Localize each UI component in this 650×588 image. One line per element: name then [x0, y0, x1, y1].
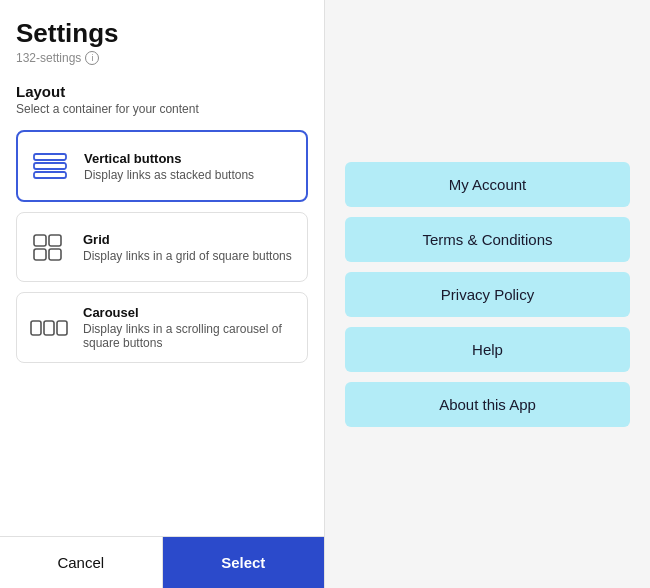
layout-option-grid[interactable]: Grid Display links in a grid of square b… — [16, 212, 308, 282]
preview-buttons: My Account Terms & Conditions Privacy Po… — [345, 162, 630, 427]
select-button[interactable]: Select — [163, 537, 325, 588]
grid-option-desc: Display links in a grid of square button… — [83, 249, 292, 263]
svg-rect-9 — [57, 321, 67, 335]
svg-rect-4 — [49, 235, 61, 246]
svg-rect-3 — [34, 235, 46, 246]
layout-section-desc: Select a container for your content — [16, 102, 308, 116]
carousel-option-desc: Display links in a scrolling carousel of… — [83, 322, 297, 350]
right-panel: My Account Terms & Conditions Privacy Po… — [325, 0, 650, 588]
page-title: Settings — [16, 18, 308, 49]
preview-btn-help[interactable]: Help — [345, 327, 630, 372]
carousel-option-title: Carousel — [83, 305, 297, 320]
carousel-option-text: Carousel Display links in a scrolling ca… — [83, 305, 297, 350]
preview-btn-terms[interactable]: Terms & Conditions — [345, 217, 630, 262]
preview-btn-my-account[interactable]: My Account — [345, 162, 630, 207]
left-content: Settings 132-settings i Layout Select a … — [0, 0, 324, 536]
layout-section-title: Layout — [16, 83, 308, 100]
layout-option-vertical[interactable]: Vertical buttons Display links as stacke… — [16, 130, 308, 202]
grid-option-text: Grid Display links in a grid of square b… — [83, 232, 292, 263]
vertical-option-title: Vertical buttons — [84, 151, 254, 166]
preview-btn-privacy[interactable]: Privacy Policy — [345, 272, 630, 317]
svg-rect-2 — [34, 172, 66, 178]
vertical-option-desc: Display links as stacked buttons — [84, 168, 254, 182]
left-panel: Settings 132-settings i Layout Select a … — [0, 0, 325, 588]
grid-option-title: Grid — [83, 232, 292, 247]
svg-rect-7 — [31, 321, 41, 335]
svg-rect-5 — [34, 249, 46, 260]
carousel-icon — [27, 306, 71, 350]
layout-option-carousel[interactable]: Carousel Display links in a scrolling ca… — [16, 292, 308, 363]
svg-rect-8 — [44, 321, 54, 335]
grid-icon — [27, 225, 71, 269]
vertical-icon — [28, 144, 72, 188]
subtitle-text: 132-settings — [16, 51, 81, 65]
svg-rect-0 — [34, 154, 66, 160]
info-icon[interactable]: i — [85, 51, 99, 65]
preview-btn-about[interactable]: About this App — [345, 382, 630, 427]
svg-rect-6 — [49, 249, 61, 260]
cancel-button[interactable]: Cancel — [0, 537, 163, 588]
vertical-option-text: Vertical buttons Display links as stacke… — [84, 151, 254, 182]
bottom-bar: Cancel Select — [0, 536, 324, 588]
page-subtitle: 132-settings i — [16, 51, 308, 65]
svg-rect-1 — [34, 163, 66, 169]
